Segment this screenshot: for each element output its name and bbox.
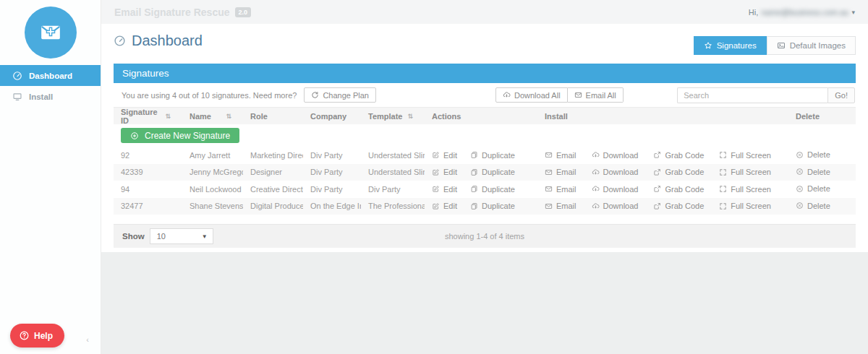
- delete-link[interactable]: Delete: [796, 202, 830, 210]
- tab-label: Default Images: [790, 41, 846, 50]
- full-screen-link[interactable]: Full Screen: [719, 202, 771, 210]
- sidebar-item-install[interactable]: Install: [0, 86, 101, 107]
- download-link[interactable]: Download: [592, 168, 639, 176]
- cell-company: On the Edge Int...: [303, 202, 361, 210]
- help-button[interactable]: Help: [10, 324, 64, 347]
- sidebar-nav: Dashboard Install: [0, 65, 101, 107]
- cell-company: Div Party: [303, 185, 361, 194]
- refresh-icon: [311, 91, 319, 99]
- page-size-select[interactable]: 10 ▼: [150, 228, 213, 244]
- grab-code-link[interactable]: Grab Code: [653, 168, 704, 176]
- edit-link[interactable]: Edit: [432, 185, 457, 194]
- email-link[interactable]: Email: [545, 202, 576, 210]
- tab-label: Signatures: [717, 41, 757, 50]
- column-header-delete: Delete: [783, 112, 856, 121]
- cloud-download-icon: [592, 168, 600, 176]
- page-title-text: Dashboard: [132, 33, 203, 49]
- search-input[interactable]: [677, 87, 827, 103]
- fullscreen-icon: [719, 202, 727, 210]
- tab-default-images[interactable]: Default Images: [767, 36, 856, 55]
- column-header-template[interactable]: Template⇅: [361, 112, 425, 121]
- search-go-button[interactable]: Go!: [827, 87, 855, 103]
- delete-link[interactable]: Delete: [796, 168, 830, 176]
- column-header-signature-id[interactable]: Signature ID⇅: [114, 108, 182, 125]
- search-bar: Go!: [677, 87, 855, 103]
- edit-link[interactable]: Edit: [432, 168, 457, 176]
- edit-link[interactable]: Edit: [432, 202, 457, 210]
- table-footer: showing 1-4 of 4 items Show 10 ▼: [114, 224, 856, 248]
- duplicate-link[interactable]: Duplicate: [470, 168, 515, 176]
- email-link[interactable]: Email: [545, 168, 576, 176]
- download-link[interactable]: Download: [592, 185, 639, 194]
- topbar: Email Signature Rescue 2.0 Hi, name@busi…: [101, 0, 868, 24]
- download-link[interactable]: Download: [592, 202, 639, 210]
- export-icon: [653, 168, 661, 176]
- cell-delete: Delete: [783, 150, 856, 160]
- duplicate-link[interactable]: Duplicate: [470, 151, 515, 160]
- cell-company: Div Party: [303, 151, 361, 160]
- full-screen-link[interactable]: Full Screen: [719, 185, 771, 194]
- cell-install: Email Download Grab Code Full Screen: [537, 151, 783, 160]
- download-link[interactable]: Download: [592, 151, 639, 160]
- full-screen-link[interactable]: Full Screen: [719, 151, 771, 160]
- fullscreen-icon: [719, 151, 727, 159]
- logo[interactable]: [0, 0, 101, 65]
- sidebar-item-label: Install: [29, 92, 53, 101]
- grab-code-link[interactable]: Grab Code: [653, 151, 704, 160]
- duplicate-link[interactable]: Duplicate: [470, 202, 515, 210]
- cell-actions: Edit Duplicate: [425, 151, 537, 160]
- email-all-button[interactable]: Email All: [568, 87, 624, 103]
- plus-circle-icon: [130, 131, 139, 140]
- user-menu[interactable]: Hi, name@business.com.au ▾: [749, 8, 855, 17]
- panel-title: Signatures: [114, 64, 856, 83]
- sort-icon[interactable]: ⇅: [226, 113, 231, 120]
- create-row: Create New Signature: [114, 124, 856, 147]
- delete-circle-icon: [796, 168, 804, 176]
- table-row: 42339 Jenny McGregor Designer Div Party …: [114, 164, 856, 181]
- column-header-role: Role: [243, 112, 303, 121]
- table-row: 94 Neil Lockwood Creative Director Div P…: [114, 181, 856, 198]
- grab-code-link[interactable]: Grab Code: [653, 202, 704, 210]
- duplicate-icon: [470, 168, 478, 176]
- export-icon: [653, 185, 661, 193]
- app-title-text: Email Signature Rescue: [114, 7, 230, 18]
- cell-name: Neil Lockwood: [182, 185, 243, 194]
- user-email: name@business.com.au: [761, 8, 848, 17]
- download-all-button[interactable]: Download All: [495, 87, 568, 103]
- delete-link[interactable]: Delete: [796, 184, 830, 193]
- full-screen-link[interactable]: Full Screen: [719, 168, 771, 176]
- sort-icon[interactable]: ⇅: [165, 113, 171, 120]
- grab-code-link[interactable]: Grab Code: [653, 185, 704, 194]
- change-plan-label: Change Plan: [323, 91, 369, 100]
- cell-role: Designer: [243, 168, 303, 176]
- tab-signatures[interactable]: Signatures: [694, 36, 767, 55]
- main-content: Dashboard Signatures Default Images Sign…: [101, 24, 868, 354]
- cell-role: Digital Producer: [243, 202, 303, 210]
- delete-link[interactable]: Delete: [796, 150, 830, 159]
- results-summary: showing 1-4 of 4 items: [114, 232, 856, 241]
- question-circle-icon: [19, 330, 30, 341]
- sidebar-item-dashboard[interactable]: Dashboard: [0, 65, 101, 86]
- delete-circle-icon: [796, 202, 804, 210]
- sort-icon[interactable]: ⇅: [407, 113, 413, 120]
- cell-company: Div Party: [303, 168, 361, 176]
- envelope-icon: [574, 91, 582, 99]
- table-header-row: Signature ID⇅ Name⇅ Role Company Templat…: [114, 108, 856, 124]
- cell-template: The Professional: [361, 202, 425, 210]
- create-new-signature-button[interactable]: Create New Signature: [121, 128, 239, 143]
- duplicate-link[interactable]: Duplicate: [470, 185, 515, 194]
- cell-name: Shane Stevens: [182, 202, 243, 210]
- fullscreen-icon: [719, 185, 727, 193]
- email-link[interactable]: Email: [545, 151, 576, 160]
- column-header-name[interactable]: Name⇅: [182, 112, 243, 121]
- sidebar-collapse-chevron[interactable]: ‹: [86, 335, 89, 344]
- cell-name: Amy Jarrett: [182, 151, 243, 160]
- change-plan-button[interactable]: Change Plan: [304, 87, 376, 103]
- duplicate-icon: [470, 151, 478, 159]
- edit-link[interactable]: Edit: [432, 151, 457, 160]
- cloud-download-icon: [592, 202, 600, 210]
- cell-delete: Delete: [783, 184, 856, 194]
- cell-role: Creative Director: [243, 185, 303, 194]
- email-link[interactable]: Email: [545, 185, 576, 194]
- cell-install: Email Download Grab Code Full Screen: [537, 185, 783, 194]
